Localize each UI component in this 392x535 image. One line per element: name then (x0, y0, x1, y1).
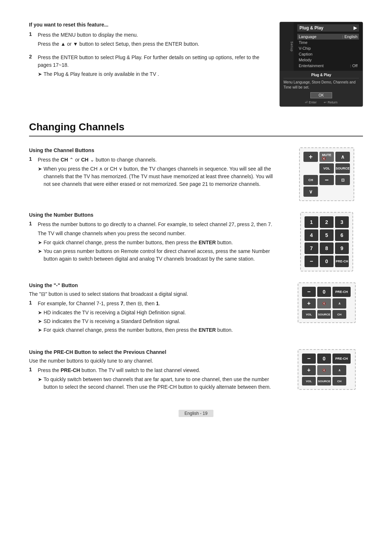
mute-key: MUTE🔇 (319, 152, 334, 162)
nb-step1-num: 1 (29, 221, 35, 263)
chup2-key: ∧ (332, 298, 346, 309)
key-prech: PRE-CH (335, 256, 349, 267)
number-buttons-heading: Using the Number Buttons (29, 212, 279, 218)
key-4: 4 (305, 229, 318, 241)
ch-up-key: ∧ (335, 152, 350, 162)
source2-key: SOURCE (317, 310, 331, 319)
tv-screenshot: Setup Plug & Play ▶ Language : English T… (279, 22, 363, 107)
tv-menu-item-melody: Melody (297, 57, 359, 63)
prech-image: − 0 PRE-CH + 🔇 ∧ VOL SOURCE CH (290, 349, 363, 395)
dash-button-image: − 0 PRE-CH + 🔇 ∧ VOL SOURCE CH (290, 282, 363, 338)
vol2-key: VOL (302, 310, 316, 319)
source3-key: SOURCE (317, 377, 331, 385)
number-buttons-text: Using the Number Buttons 1 Press the num… (29, 212, 279, 271)
step2-content: Press the ENTER button to select Plug & … (38, 54, 269, 78)
key-6: 6 (335, 229, 349, 241)
page-number-badge: English - 19 (179, 410, 213, 417)
vol-label-key: VOL (319, 163, 334, 173)
remote-vol-ch-panel: + MUTE🔇 ∧ VOL SOURCE CH − ⊡ ∨ (299, 147, 354, 201)
changing-channels-title: Changing Channels (29, 121, 363, 136)
tv-icon-key: ⊡ (335, 175, 350, 185)
channel-buttons-image: + MUTE🔇 ∧ VOL SOURCE CH − ⊡ ∨ (290, 147, 363, 201)
dash3-key: − (302, 354, 316, 364)
zero2-key: 0 (317, 287, 331, 297)
db-step1-num: 1 (29, 300, 35, 334)
ch-label-key: CH (303, 175, 318, 185)
tv-menu-header: Plug & Play ▶ (297, 24, 359, 32)
key-3: 3 (335, 216, 349, 228)
channel-buttons-section: Using the Channel Buttons 1 Press the CH… (29, 147, 363, 201)
mute3-key: 🔇 (317, 365, 331, 375)
prech2-key: PRE-CH (332, 287, 351, 297)
number-buttons-section: Using the Number Buttons 1 Press the num… (29, 212, 363, 271)
source-key: SOURCE (335, 163, 350, 173)
key-9: 9 (335, 242, 349, 254)
prech-heading: Using the PRE-CH Button to select the Pr… (29, 349, 279, 355)
step2-num: 2 (29, 54, 35, 78)
step1-num: 1 (29, 31, 35, 49)
key-5: 5 (320, 229, 334, 241)
top-section: If you want to reset this feature... 1 P… (29, 22, 363, 107)
ch2-label: CH (332, 310, 346, 319)
ch3-label: CH (332, 377, 346, 385)
dash2-key: − (302, 287, 316, 297)
tv-menu-item-entertainment: Entertainment : Off (297, 63, 359, 69)
step1-content: Press the MENU button to display the men… (38, 31, 199, 49)
vol-minus-key: − (319, 175, 334, 185)
reset-feature-heading: If you want to reset this feature... (29, 22, 269, 28)
tv-menu-item-language: Language : English (297, 34, 359, 40)
top-text-block: If you want to reset this feature... 1 P… (29, 22, 269, 107)
number-buttons-image: 1 2 3 4 5 6 7 8 9 − 0 PRE-CH (290, 212, 363, 271)
key-7: 7 (305, 242, 318, 254)
key-2: 2 (320, 216, 334, 228)
key-0: 0 (320, 256, 334, 267)
plus2-key: + (302, 298, 316, 309)
prech3-key: PRE-CH (332, 354, 351, 364)
dash-button-text: Using the "-" Button The "⊟" button is u… (29, 282, 279, 338)
tv-menu-item-caption: Caption (297, 51, 359, 57)
tv-menu-bottom: Plug & Play Menu Language, Store Demo, C… (280, 71, 363, 106)
vol3-key: VOL (302, 377, 316, 385)
key-1: 1 (305, 216, 318, 228)
sidebar-setup-label: Setup (290, 41, 294, 52)
page-footer: English - 19 (0, 410, 392, 417)
ch-step1-num: 1 (29, 156, 35, 188)
ch-down-key: ∨ (303, 187, 318, 197)
numpad-panel: 1 2 3 4 5 6 7 8 9 − 0 PRE-CH (300, 212, 353, 271)
channel-buttons-heading: Using the Channel Buttons (29, 147, 279, 153)
dash-button-section: Using the "-" Button The "⊟" button is u… (29, 282, 363, 338)
zero3-key: 0 (317, 354, 331, 364)
prech-remote-panel: − 0 PRE-CH + 🔇 ∧ VOL SOURCE CH (298, 349, 356, 390)
key-dash: − (305, 256, 318, 267)
key-8: 8 (320, 242, 334, 254)
prech-text: Using the PRE-CH Button to select the Pr… (29, 349, 279, 395)
chup3-key: ∧ (332, 365, 346, 375)
tv-menu-item-vchip: V-Chip (297, 45, 359, 51)
dash-remote-panel: − 0 PRE-CH + 🔇 ∧ VOL SOURCE CH (298, 282, 356, 323)
prech-section: Using the PRE-CH Button to select the Pr… (29, 349, 363, 395)
mute2-key: 🔇 (317, 298, 331, 309)
dash-button-heading: Using the "-" Button (29, 282, 279, 288)
plus3-key: + (302, 365, 316, 375)
tv-menu-item-time: Time (297, 40, 359, 45)
channel-buttons-text: Using the Channel Buttons 1 Press the CH… (29, 147, 279, 201)
vol-plus-key: + (303, 152, 318, 162)
prech-step1-num: 1 (29, 367, 35, 391)
